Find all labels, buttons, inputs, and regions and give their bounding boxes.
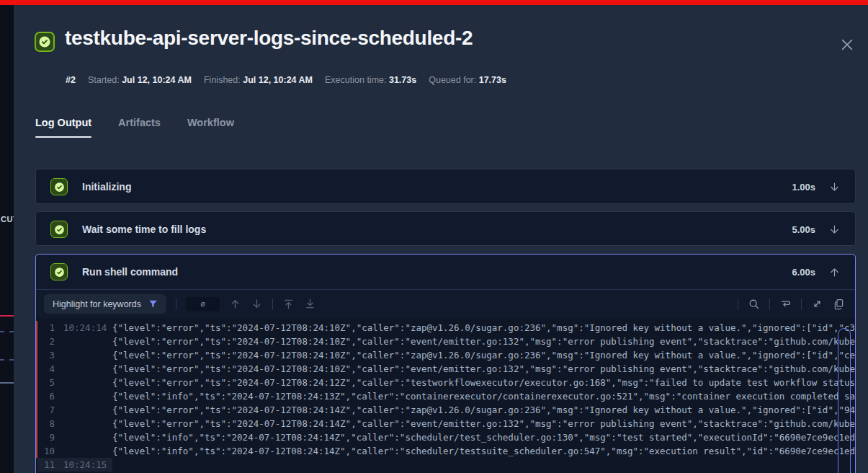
log-text: {"level":"error","ts":"2024-07-12T08:24:… <box>112 348 855 362</box>
page-title: testkube-api-server-logs-since-scheduled… <box>65 27 473 50</box>
step-title: Run shell command <box>82 266 178 278</box>
log-text: {"level":"error","ts":"2024-07-12T08:24:… <box>112 362 855 376</box>
toolbar-divider <box>176 299 176 310</box>
log-line-number: 6 <box>37 389 55 403</box>
log-line-number: 11 <box>37 458 55 472</box>
status-passed-icon <box>35 32 55 52</box>
background-text-fragment: CUT <box>1 215 14 224</box>
close-icon[interactable] <box>839 37 855 53</box>
log-text: {"level":"error","ts":"2024-07-12T08:24:… <box>112 335 855 348</box>
log-text: {"level":"info","ts":"2024-07-12T08:24:1… <box>112 430 855 444</box>
tab-artifacts[interactable]: Artifacts <box>118 117 161 138</box>
log-line-number: 10 <box>37 444 55 458</box>
execution-number: #2 <box>66 75 76 85</box>
step-header[interactable]: Run shell command 6.00s <box>36 255 855 289</box>
tab-log-output[interactable]: Log Output <box>35 117 91 138</box>
step-card-initializing: Initializing 1.00s <box>35 169 856 204</box>
meta-started: Started: Jul 12, 10:24 AM <box>88 75 192 85</box>
scroll-to-bottom-icon[interactable] <box>304 298 316 310</box>
screen-recording-border <box>0 0 868 5</box>
log-line-number: 5 <box>37 376 55 389</box>
log-line: 7{"level":"error","ts":"2024-07-12T08:24… <box>36 403 855 417</box>
log-timestamp: 10:24:15 <box>63 458 107 472</box>
filter-icon <box>148 299 158 309</box>
copy-icon[interactable] <box>833 298 845 310</box>
log-line: 3{"level":"error","ts":"2024-07-12T08:24… <box>36 348 855 362</box>
scroll-to-top-icon[interactable] <box>282 298 295 310</box>
chevron-down-icon[interactable] <box>828 224 841 236</box>
log-text: {"level":"error","ts":"2024-07-12T08:24:… <box>112 403 855 417</box>
meta-finished: Finished: Jul 12, 10:24 AM <box>204 75 313 85</box>
log-line-number: 8 <box>37 417 55 430</box>
next-match-icon[interactable] <box>251 298 263 310</box>
wrap-text-icon[interactable] <box>779 298 792 310</box>
search-icon[interactable] <box>748 298 760 310</box>
chevron-down-icon[interactable] <box>828 181 841 193</box>
log-line: 8{"level":"error","ts":"2024-07-12T08:24… <box>36 417 855 430</box>
previous-match-icon[interactable] <box>229 298 241 310</box>
log-line: 10{"level":"info","ts":"2024-07-12T08:24… <box>36 444 855 458</box>
log-toolbar: Highlight for keywords ø <box>36 289 855 318</box>
tab-bar: Log Output Artifacts Workflow <box>35 117 234 138</box>
meta-execution-time: Execution time: 31.73s <box>325 75 416 85</box>
step-header[interactable]: Wait some time to fill logs 5.00s <box>36 212 855 247</box>
highlight-keywords-button[interactable]: Highlight for keywords <box>44 294 166 314</box>
chevron-up-icon[interactable] <box>828 266 841 278</box>
step-header[interactable]: Initializing 1.00s <box>36 169 855 204</box>
step-title: Initializing <box>82 181 131 193</box>
log-text: {"level":"info","ts":"2024-07-12T08:24:1… <box>112 444 855 458</box>
log-line-number: 1 <box>37 321 55 335</box>
toolbar-divider <box>272 299 273 310</box>
step-card-wait-logs: Wait some time to fill logs 5.00s <box>35 211 856 246</box>
log-text: {"level":"error","ts":"2024-07-12T08:24:… <box>112 376 855 389</box>
log-line-number: 9 <box>37 430 55 444</box>
status-passed-icon <box>50 221 68 238</box>
log-text: {"level":"info","ts":"2024-07-12T08:24:1… <box>112 389 855 403</box>
log-viewer[interactable]: 110:24:14{"level":"error","ts":"2024-07-… <box>36 318 855 473</box>
log-line: 1110:24:15 <box>36 458 855 472</box>
execution-meta: #2 Started: Jul 12, 10:24 AM Finished: J… <box>66 75 506 85</box>
background-dashed-line <box>0 331 14 332</box>
log-line: 4{"level":"error","ts":"2024-07-12T08:24… <box>36 362 855 376</box>
step-title: Wait some time to fill logs <box>82 224 206 235</box>
log-line: 6{"level":"info","ts":"2024-07-12T08:24:… <box>36 389 855 403</box>
toolbar-divider <box>738 299 738 310</box>
background-solid-line <box>0 382 14 384</box>
status-passed-icon <box>50 263 68 280</box>
execution-drawer: testkube-api-server-logs-since-scheduled… <box>14 5 868 473</box>
background-page-sliver: CUT <box>0 5 14 473</box>
log-line-number: 7 <box>37 403 55 417</box>
step-card-run-shell-command: Run shell command 6.00s Highlight for ke… <box>35 254 856 473</box>
log-timestamp: 10:24:14 <box>63 321 107 335</box>
log-line-number: 3 <box>37 348 55 362</box>
log-line: 5{"level":"error","ts":"2024-07-12T08:24… <box>36 376 855 389</box>
log-text: {"level":"error","ts":"2024-07-12T08:24:… <box>112 417 855 430</box>
log-line: 110:24:14{"level":"error","ts":"2024-07-… <box>36 321 855 335</box>
log-text: {"level":"error","ts":"2024-07-12T08:24:… <box>112 321 855 335</box>
background-red-line <box>0 315 14 317</box>
log-line-number: 2 <box>37 335 55 348</box>
match-count-badge: ø <box>186 297 220 311</box>
meta-queued-for: Queued for: 17.73s <box>429 75 506 85</box>
expand-fullscreen-icon[interactable] <box>811 298 823 310</box>
log-scrollbar-thumb[interactable] <box>838 328 851 473</box>
log-lines: 110:24:14{"level":"error","ts":"2024-07-… <box>36 321 855 472</box>
log-line: 9{"level":"info","ts":"2024-07-12T08:24:… <box>36 430 855 444</box>
highlight-keywords-label: Highlight for keywords <box>53 299 141 309</box>
step-duration: 5.00s <box>792 224 815 235</box>
step-duration: 1.00s <box>792 182 815 193</box>
status-passed-icon <box>50 178 68 195</box>
step-duration: 6.00s <box>792 267 815 278</box>
log-line-number: 4 <box>37 362 55 376</box>
log-line: 2{"level":"error","ts":"2024-07-12T08:24… <box>36 335 855 348</box>
tab-workflow[interactable]: Workflow <box>187 117 234 138</box>
background-dashed-line <box>0 359 14 361</box>
toolbar-divider <box>769 299 770 310</box>
toolbar-divider <box>801 299 802 310</box>
